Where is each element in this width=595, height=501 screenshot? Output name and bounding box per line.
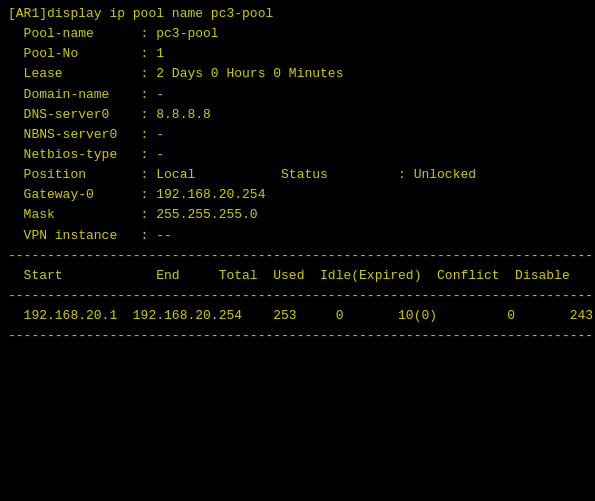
divider-bottom: ----------------------------------------… — [8, 326, 587, 346]
vpn-instance-line: VPN instance : -- — [8, 226, 587, 246]
divider-top: ----------------------------------------… — [8, 246, 587, 266]
pool-name-line: Pool-name : pc3-pool — [8, 24, 587, 44]
lease-line: Lease : 2 Days 0 Hours 0 Minutes — [8, 64, 587, 84]
divider-mid: ----------------------------------------… — [8, 286, 587, 306]
dns-server-line: DNS-server0 : 8.8.8.8 — [8, 105, 587, 125]
table-data-row: 192.168.20.1 192.168.20.254 253 0 10(0) … — [8, 306, 587, 326]
command-line: [AR1]display ip pool name pc3-pool — [8, 4, 587, 24]
domain-name-line: Domain-name : - — [8, 85, 587, 105]
position-status-line: Position : Local Status : Unlocked — [8, 165, 587, 185]
terminal: [AR1]display ip pool name pc3-pool Pool-… — [0, 0, 595, 501]
nbns-server-line: NBNS-server0 : - — [8, 125, 587, 145]
table-header: Start End Total Used Idle(Expired) Confl… — [8, 266, 587, 286]
netbios-type-line: Netbios-type : - — [8, 145, 587, 165]
mask-line: Mask : 255.255.255.0 — [8, 205, 587, 225]
gateway-line: Gateway-0 : 192.168.20.254 — [8, 185, 587, 205]
pool-no-line: Pool-No : 1 — [8, 44, 587, 64]
